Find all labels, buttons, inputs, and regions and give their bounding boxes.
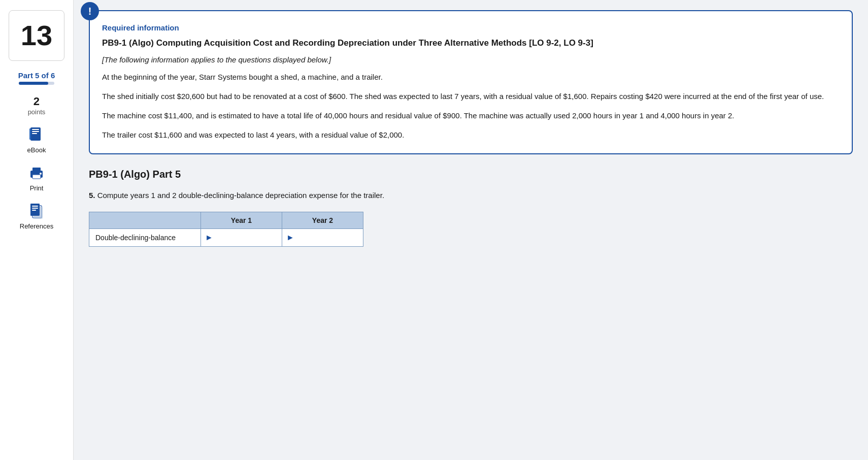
svg-rect-21: [32, 206, 38, 207]
svg-rect-7: [32, 175, 41, 179]
points-value: 2: [28, 95, 46, 108]
part-info: Part 5 of 6: [18, 71, 55, 85]
table-header-year2: Year 2: [282, 212, 363, 228]
year2-arrow-icon: ►: [286, 233, 294, 242]
part-bold: Part 5: [18, 71, 40, 80]
progress-bar-container: [19, 82, 54, 85]
references-label: References: [20, 222, 53, 230]
svg-point-8: [40, 173, 42, 175]
main-content: ! Required information PB9-1 (Algo) Comp…: [74, 0, 868, 460]
table-row-ddb: Double-declining-balance ► ►: [89, 228, 363, 246]
svg-rect-4: [29, 128, 31, 140]
question-number-label: 5.: [89, 191, 95, 200]
svg-rect-6: [32, 168, 41, 172]
part-of-label: Part 5 of 6: [18, 71, 55, 80]
svg-rect-3: [32, 133, 37, 134]
year2-input-cell[interactable]: ►: [282, 228, 363, 246]
question-number-box: 13: [9, 10, 64, 61]
year1-input[interactable]: [215, 233, 282, 243]
svg-rect-23: [32, 210, 36, 211]
ebook-label: eBook: [27, 146, 46, 154]
part-rest: of 6: [39, 71, 55, 80]
sidebar: 13 Part 5 of 6 2 points eBook: [0, 0, 74, 460]
card-paragraph-1: At the beginning of the year, Starr Syst…: [102, 71, 838, 83]
year1-input-cell[interactable]: ►: [201, 228, 282, 246]
part-title: PB9-1 (Algo) Part 5: [89, 169, 853, 180]
info-icon: !: [81, 2, 99, 20]
card-paragraph-3: The machine cost $11,400, and is estimat…: [102, 110, 838, 122]
points-label: points: [28, 108, 46, 116]
progress-bar-fill: [19, 82, 48, 85]
references-button[interactable]: References: [20, 202, 53, 230]
print-icon: [27, 164, 46, 182]
ebook-button[interactable]: eBook: [27, 126, 46, 154]
ebook-icon: [27, 126, 46, 144]
question-text: 5. Compute years 1 and 2 double-declinin…: [89, 189, 853, 202]
card-paragraph-2: The shed initially cost $20,600 but had …: [102, 90, 838, 103]
svg-rect-22: [32, 208, 38, 209]
depreciation-table: Year 1 Year 2 Double-declining-balance ►…: [89, 212, 363, 247]
info-card: ! Required information PB9-1 (Algo) Comp…: [89, 10, 853, 154]
svg-rect-2: [32, 131, 39, 132]
question-number: 13: [21, 21, 52, 50]
print-label: Print: [30, 184, 44, 192]
row-label-ddb: Double-declining-balance: [89, 228, 201, 246]
table-header-year1: Year 1: [201, 212, 282, 228]
points-box: 2 points: [28, 95, 46, 116]
card-title: PB9-1 (Algo) Computing Acquisition Cost …: [102, 37, 838, 49]
required-info-label: Required information: [102, 23, 838, 32]
print-button[interactable]: Print: [27, 164, 46, 192]
year2-input[interactable]: [296, 233, 363, 243]
card-paragraph-4: The trailer cost $11,600 and was expecte…: [102, 129, 838, 141]
references-icon: [27, 202, 46, 220]
year1-arrow-icon: ►: [205, 233, 213, 242]
card-italic-note: [The following information applies to th…: [102, 55, 838, 64]
svg-rect-1: [32, 129, 39, 130]
question-body: Compute years 1 and 2 double-declining-b…: [97, 191, 384, 200]
table-header-empty: [89, 212, 201, 228]
